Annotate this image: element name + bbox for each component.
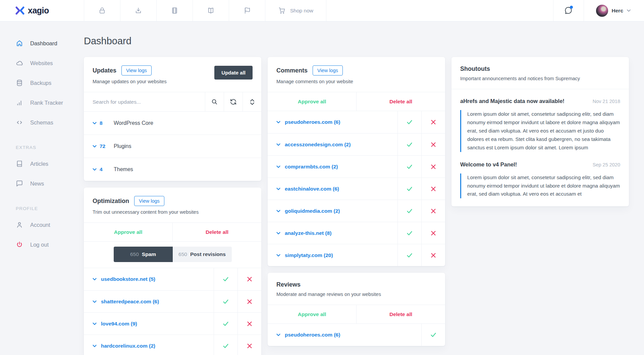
category-count: 72 [100,143,110,149]
code-brackets-icon [16,119,23,126]
approve-button[interactable] [214,268,237,290]
nav-docs-button[interactable] [193,0,229,21]
sidebar-item-articles[interactable]: Articles [0,155,84,172]
check-icon [222,343,229,349]
delete-button[interactable] [421,244,445,266]
delete-button[interactable] [237,291,261,312]
shoutouts-title: Shoutouts [460,65,490,72]
shop-now-button[interactable]: Shop now [265,0,326,21]
optimization-segmented-control: 650 Spam 650 Post revisions [84,242,261,268]
delete-button[interactable] [421,156,445,178]
main-content: Dashboard Updates View logs Manage updat… [84,21,644,355]
category-label: WordPress Core [114,120,153,126]
approve-button[interactable] [397,178,421,200]
optimization-approve-all-button[interactable]: Approve all [84,223,173,241]
reviews-site-list: pseudoheroes.com (6) [268,324,445,346]
reviews-title: Reviews [276,281,301,288]
delete-button[interactable] [421,222,445,244]
nav-media-button[interactable] [156,0,193,21]
flag-icon [243,7,251,14]
nav-download-button[interactable] [120,0,156,21]
site-link[interactable]: accesszonedesign.com (2) [268,134,397,155]
chevron-down-icon [276,165,280,168]
update-category-row[interactable]: 8 WordPress Core [84,111,261,135]
site-link[interactable]: eastchinalove.com (6) [268,178,397,200]
site-link[interactable]: comprarmbts.com (2) [268,156,397,178]
sidebar-item-label: Account [30,222,50,228]
check-icon [406,230,413,237]
spam-tab[interactable]: 650 Spam [114,247,173,262]
approve-button[interactable] [397,134,421,155]
updates-search-input[interactable] [84,92,205,111]
update-category-row[interactable]: 72 Plugins [84,135,261,158]
optimization-delete-all-button[interactable]: Delete all [173,223,261,241]
category-label: Themes [114,166,133,172]
chevron-down-icon [276,143,280,146]
delete-button[interactable] [421,200,445,222]
check-icon [430,332,437,338]
sidebar-item-websites[interactable]: Websites [0,55,84,71]
comments-approve-all-button[interactable]: Approve all [268,92,357,111]
site-row: eastchinalove.com (6) [268,178,445,200]
sidebar-item-backups[interactable]: Backups [0,74,84,91]
user-menu[interactable]: Herc [584,0,644,21]
approve-button[interactable] [397,156,421,178]
sidebar-item-dashboard[interactable]: Dashboard [0,35,84,52]
updates-view-logs-button[interactable]: View logs [121,65,152,75]
sidebar: Dashboard Websites Backups [0,21,84,355]
site-link[interactable]: simplytaty.com (20) [268,244,397,266]
sidebar-item-label: Articles [30,161,48,167]
site-link[interactable]: analyze-this.net (8) [268,222,397,244]
check-icon [406,252,413,259]
optimization-view-logs-button[interactable]: View logs [134,196,164,206]
delete-button[interactable] [421,178,445,200]
approve-button[interactable] [397,222,421,244]
sidebar-item-logout[interactable]: Log out [0,236,84,253]
nav-flag-button[interactable] [229,0,265,21]
search-button[interactable] [205,92,224,111]
x-icon [431,208,436,214]
sidebar-item-rank-tracker[interactable]: Rank Tracker [0,94,84,111]
chat-button[interactable] [553,0,584,21]
site-link[interactable]: pseudoheroes.com (6) [268,324,421,346]
delete-button[interactable] [237,313,261,335]
delete-button[interactable] [421,111,445,133]
shoutout-title: Welcome to v4 Panel! [460,161,517,168]
site-link[interactable]: shatteredpeace.com (6) [84,291,214,312]
sidebar-item-news[interactable]: News [0,175,84,192]
site-link[interactable]: pseudoheroes.com (6) [268,111,397,133]
approve-button[interactable] [214,291,237,312]
sidebar-item-label: News [30,181,44,187]
nav-lock-button[interactable] [84,0,120,21]
sidebar-item-schemas[interactable]: Schemas [0,114,84,131]
delete-button[interactable] [421,134,445,155]
sidebar-item-label: Backups [30,80,51,86]
download-icon [135,7,142,14]
approve-button[interactable] [214,313,237,335]
delete-button[interactable] [237,335,261,355]
reviews-approve-all-button[interactable]: Approve all [268,305,357,323]
approve-button[interactable] [397,244,421,266]
sort-button[interactable] [243,92,261,111]
site-link[interactable]: love94.com (9) [84,313,214,335]
site-link[interactable]: hardcorelinux.com (2) [84,335,214,355]
update-category-row[interactable]: 4 Themes [84,158,261,181]
comments-delete-all-button[interactable]: Delete all [357,92,445,111]
approve-button[interactable] [214,335,237,355]
reviews-delete-all-button[interactable]: Delete all [357,305,445,323]
brand-logo[interactable]: xagio [0,0,84,21]
comments-view-logs-button[interactable]: View logs [313,65,343,75]
site-link[interactable]: goliquidmedia.com (2) [268,200,397,222]
refresh-button[interactable] [224,92,243,111]
site-link[interactable]: usedbookstore.net (5) [84,268,214,290]
approve-button[interactable] [397,200,421,222]
delete-button[interactable] [237,268,261,290]
post-revisions-tab[interactable]: 650 Post revisions [173,247,232,262]
reviews-subtitle: Moderate and manage reviews on your webs… [276,292,436,297]
sidebar-item-account[interactable]: Account [0,216,84,233]
update-all-button[interactable]: Update all [214,66,253,80]
approve-button[interactable] [421,324,445,346]
chevron-down-icon [93,168,97,171]
approve-button[interactable] [397,111,421,133]
shoutout-body: Lorem ipsum dolor sit amet, consetetur s… [460,173,620,199]
